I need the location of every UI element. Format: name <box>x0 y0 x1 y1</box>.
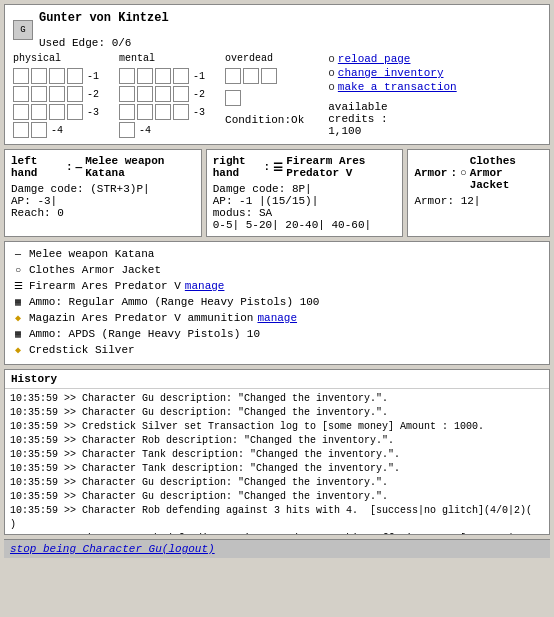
ment-box <box>155 68 171 84</box>
make-transaction-link[interactable]: make a transaction <box>338 81 457 93</box>
left-damage-code: Damge code: (STR+3)P| <box>11 183 195 195</box>
phys-box <box>13 122 29 138</box>
history-title: History <box>5 370 549 389</box>
ment-box <box>119 68 135 84</box>
history-entry: 10:35:59 >> Character Gu description: "C… <box>10 406 544 420</box>
phys-box <box>67 104 83 120</box>
over-box <box>225 68 241 84</box>
inv-credstick-text: Credstick Silver <box>29 344 135 356</box>
inv-katana-text: Melee weapon Katana <box>29 248 154 260</box>
phys-mod-4: -4 <box>51 125 63 136</box>
mental-label: mental <box>119 53 205 64</box>
footer-bar: stop being Character Gu(logout) <box>4 539 550 558</box>
history-section: History 10:35:59 >> Character Gu descrip… <box>4 369 550 535</box>
inv-item-ammo1: ▦ Ammo: Regular Ammo (Range Heavy Pistol… <box>11 295 543 309</box>
inv-ammo2-text: Ammo: APDS (Range Heavy Pistols) 10 <box>29 328 260 340</box>
phys-box <box>13 68 29 84</box>
physical-stats: physical -1 -2 <box>13 53 99 138</box>
phys-mod-1: -1 <box>87 71 99 82</box>
phys-box <box>13 86 29 102</box>
melee-inv-icon: — <box>11 247 25 261</box>
left-hand-panel: left hand : — Melee weapon Katana Damge … <box>4 149 202 237</box>
firearm-icon: ☰ <box>273 161 283 174</box>
inv-armor-text: Clothes Armor Jacket <box>29 264 161 276</box>
stats-section: physical -1 -2 <box>13 53 541 138</box>
left-ap: AP: -3| <box>11 195 195 207</box>
left-hand-title: left hand : — Melee weapon Katana <box>11 155 195 179</box>
right-hand-title: right hand : ☰ Firearm Ares Predator V <box>213 155 397 179</box>
bullet-icon: o <box>328 53 335 65</box>
physical-label: physical <box>13 53 99 64</box>
history-entry: 10:35:59 >> Character Tank description: … <box>10 448 544 462</box>
inv-ammo1-text: Ammo: Regular Ammo (Range Heavy Pistols)… <box>29 296 319 308</box>
over-box <box>225 90 241 106</box>
history-entry: 10:35:59 >> Character Rob description: "… <box>10 434 544 448</box>
right-ap: AP: -1 |(15/15)| <box>213 195 397 207</box>
phys-box <box>31 104 47 120</box>
avatar: G <box>13 20 33 40</box>
phys-box <box>13 104 29 120</box>
over-box <box>261 68 277 84</box>
links-group: o reload page o change inventory o make … <box>328 53 456 93</box>
ment-box <box>119 104 135 120</box>
firearm-manage-link[interactable]: manage <box>185 280 225 292</box>
inv-firearm-text: Firearm Ares Predator V <box>29 280 181 292</box>
ment-mod-2: -2 <box>193 89 205 100</box>
armor-value: Armor: 12| <box>414 195 543 207</box>
overdead-stats: overdead Condition:Ok <box>225 53 304 126</box>
mental-stats: mental -1 -2 <box>119 53 205 138</box>
ment-box <box>155 86 171 102</box>
phys-box <box>31 68 47 84</box>
armor-inv-icon: ○ <box>11 263 25 277</box>
clothes-icon: ○ <box>460 167 467 179</box>
history-entry: 10:35:59 >> Character Gu description: "C… <box>10 490 544 504</box>
right-damage-code: Damge code: 8P| <box>213 183 397 195</box>
reload-page-link[interactable]: reload page <box>338 53 411 65</box>
right-modus: modus: SA <box>213 207 397 219</box>
ment-box <box>173 104 189 120</box>
credits-section: available credits : 1,100 <box>328 101 456 137</box>
history-entry: 10:35:59 >> Character Rob defending agai… <box>10 504 544 532</box>
armor-panel: Armor : ○ Clothes Armor Jacket Armor: 12… <box>407 149 550 237</box>
phys-box <box>49 86 65 102</box>
right-ranges: 0-5| 5-20| 20-40| 40-60| <box>213 219 397 231</box>
phys-box <box>49 104 65 120</box>
phys-box <box>67 86 83 102</box>
ment-box <box>119 122 135 138</box>
inv-magazin-text: Magazin Ares Predator V ammunition <box>29 312 253 324</box>
phys-box <box>31 86 47 102</box>
ammo-inv-icon: ▦ <box>11 295 25 309</box>
logout-link[interactable]: stop being Character Gu(logout) <box>10 543 215 555</box>
magazin-inv-icon: ◆ <box>11 311 25 325</box>
ment-box <box>155 104 171 120</box>
phys-box <box>67 68 83 84</box>
history-entry: 10:35:59 >> Character Gu description: "C… <box>10 392 544 406</box>
ment-box <box>137 68 153 84</box>
ment-mod-3: -3 <box>193 107 205 118</box>
ment-mod-4: -4 <box>139 125 151 136</box>
history-entry: 10:35:59 >> Character Gu description: "C… <box>10 476 544 490</box>
magazin-manage-link[interactable]: manage <box>257 312 297 324</box>
left-reach: Reach: 0 <box>11 207 195 219</box>
phys-mod-3: -3 <box>87 107 99 118</box>
inv-item-katana: — Melee weapon Katana <box>11 247 543 261</box>
history-log[interactable]: 10:35:59 >> Character Gu description: "C… <box>5 389 549 534</box>
over-box <box>243 68 259 84</box>
melee-icon: — <box>76 161 83 173</box>
overdead-label: overdead <box>225 53 304 64</box>
firearm-inv-icon: ☰ <box>11 279 25 293</box>
ment-box <box>137 104 153 120</box>
inv-item-magazin: ◆ Magazin Ares Predator V ammunition man… <box>11 311 543 325</box>
phys-box <box>31 122 47 138</box>
inv-item-credstick: ◆ Credstick Silver <box>11 343 543 357</box>
bullet-icon: o <box>328 81 335 93</box>
ment-box <box>119 86 135 102</box>
ment-box <box>173 68 189 84</box>
change-inventory-link[interactable]: change inventory <box>338 67 444 79</box>
phys-mod-2: -2 <box>87 89 99 100</box>
condition: Condition:Ok <box>225 114 304 126</box>
ammo2-inv-icon: ▦ <box>11 327 25 341</box>
history-entry: 10:35:59 >> Credstick Silver set Transac… <box>10 420 544 434</box>
inv-item-ammo2: ▦ Ammo: APDS (Range Heavy Pistols) 10 <box>11 327 543 341</box>
ment-box <box>173 86 189 102</box>
